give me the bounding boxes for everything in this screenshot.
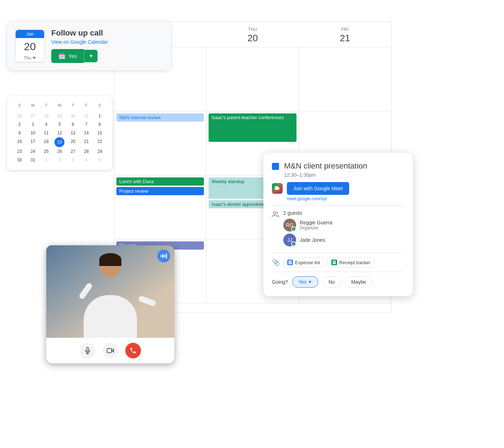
mini-date[interactable]: 27 [26,112,40,120]
followup-card: Jan 20 Thu Follow up call View on Google… [7,21,171,70]
guest-name-jade: Jade Jones [300,237,325,243]
join-meet-button[interactable]: Join with Google Meet [287,182,349,195]
mini-date[interactable]: 28 [40,112,53,120]
mini-date[interactable]: 17 [26,137,40,147]
mini-date[interactable]: 29 [93,147,106,156]
thu-num: 20 [248,33,258,44]
cal-day-header-fri: FRI 21 [299,22,391,49]
cal-weekday: Thu [16,55,44,62]
lunch-with-dana-event[interactable]: Lunch with Dana [116,177,204,186]
mini-date[interactable]: 24 [26,147,40,156]
going-no-button[interactable]: No [322,276,341,288]
svg-rect-7 [334,261,334,264]
mini-date[interactable]: 26 [13,112,26,120]
event-time: 12:30–1:30pm [284,172,367,178]
rsvp-group: 🗓️ Yes ▼ [51,49,108,63]
event-detail-header: M&N client presentation 12:30–1:30pm [272,161,404,178]
voice-bar-2 [162,254,163,258]
mini-date[interactable]: 30 [66,112,80,120]
mini-date[interactable]: 5 [93,156,106,164]
mini-date[interactable]: 31 [26,156,40,164]
event-detail-popup: M&N client presentation 12:30–1:30pm Joi… [263,153,413,296]
mini-date[interactable]: 20 [66,137,80,147]
guests-list: 2 guests RG ✓ Reggie Guerra Organizer JJ… [283,210,332,249]
voice-indicator [157,250,170,262]
mute-mic-button[interactable] [80,343,95,358]
going-yes-button[interactable]: Yes ▼ [292,276,318,288]
mini-date[interactable]: 10 [26,129,40,137]
mini-date[interactable]: 2 [13,120,26,129]
mini-date[interactable]: 28 [80,147,93,156]
mini-date[interactable]: 31 [80,112,93,120]
guest-name-reggie: Reggie Guerra [300,220,332,225]
guest-check-icon-2: ✓ [291,241,296,246]
followup-content: Follow up call View on Google Calendar 🗓… [51,28,108,63]
event-detail-title-block: M&N client presentation 12:30–1:30pm [284,161,367,178]
expense-list-label: Expense list [295,260,320,265]
paperclip-icon: 📎 [272,258,280,266]
rsvp-yes-button[interactable]: 🗓️ Yes [51,49,84,63]
cal-day: 20 [16,38,44,55]
divider-2 [272,253,404,253]
mini-date[interactable]: 22 [93,137,106,147]
project-review-event[interactable]: Project review [116,187,204,195]
going-maybe-button[interactable]: Maybe [345,276,372,288]
mini-date[interactable]: 14 [80,129,93,137]
voice-bar-1 [161,255,162,257]
mini-date[interactable]: 29 [53,112,67,120]
mini-date[interactable]: 13 [66,129,80,137]
event-title: M&N client presentation [284,161,367,171]
mini-date[interactable]: 3 [26,120,40,129]
rsvp-dropdown-button[interactable]: ▼ [84,50,98,62]
mini-date[interactable]: 12 [53,129,67,137]
mn-internal-review-event[interactable]: M&N internal review [116,113,204,122]
mini-date[interactable]: 30 [13,156,26,164]
mini-date[interactable]: 27 [66,147,80,156]
isaacs-parent-teacher-event[interactable]: Isaac's parent-teacher conferences [209,113,296,142]
mini-calendar: S M T W T F S 26 27 28 29 30 31 1 2 3 4 … [7,96,112,170]
mini-cal-days-header: S M T W T F S [13,102,106,109]
svg-point-0 [273,212,276,214]
voice-bar-3 [164,255,165,257]
mini-date[interactable]: 18 [40,137,53,147]
guest-avatar-reggie: RG ✓ [283,219,296,231]
mini-date[interactable]: 15 [93,129,106,137]
fri-label: FRI [341,27,349,32]
mini-date[interactable]: 4 [80,156,93,164]
cell-thu-1 [206,47,299,111]
toggle-camera-button[interactable] [103,343,118,358]
mini-date[interactable]: 23 [13,147,26,156]
mini-date[interactable]: 1 [93,112,106,120]
meet-link-text[interactable]: meet.google.com/xyz [287,196,404,201]
mini-date[interactable]: 9 [13,129,26,137]
going-section: Going? Yes ▼ No Maybe [272,276,404,288]
mini-date[interactable]: 25 [40,147,53,156]
mini-date-today[interactable]: 19 [54,137,64,147]
cal-month: Jan [16,30,44,38]
expense-list-chip[interactable]: Expense list [283,257,324,267]
mini-date[interactable]: 26 [53,147,67,156]
going-label: Going? [272,279,288,285]
end-call-button[interactable] [125,343,141,358]
mini-date[interactable]: 8 [93,120,106,129]
guests-icon [272,211,279,220]
guests-count: 2 guests [283,210,332,216]
svg-rect-8 [107,348,112,353]
mini-date[interactable]: 21 [80,137,93,147]
sheets-icon [331,260,337,265]
mini-date[interactable]: 4 [40,120,53,129]
mini-cal-body: 26 27 28 29 30 31 1 2 3 4 5 6 7 8 9 10 1… [13,112,106,164]
mini-date[interactable]: 6 [66,120,80,129]
mini-date[interactable]: 3 [66,156,80,164]
mini-date[interactable]: 11 [40,129,53,137]
mini-date[interactable]: 2 [53,156,67,164]
fri-num: 21 [340,33,350,44]
receipt-tracker-chip[interactable]: Receipt tracker [327,257,374,267]
mini-date[interactable]: 7 [80,120,93,129]
guests-section: 2 guests RG ✓ Reggie Guerra Organizer JJ… [272,210,404,249]
mini-date[interactable]: 16 [13,137,26,147]
mini-date[interactable]: 1 [40,156,53,164]
guest-check-icon: ✓ [291,226,296,231]
view-on-calendar-link[interactable]: View on Google Calendar [51,39,108,45]
mini-date[interactable]: 5 [53,120,67,129]
